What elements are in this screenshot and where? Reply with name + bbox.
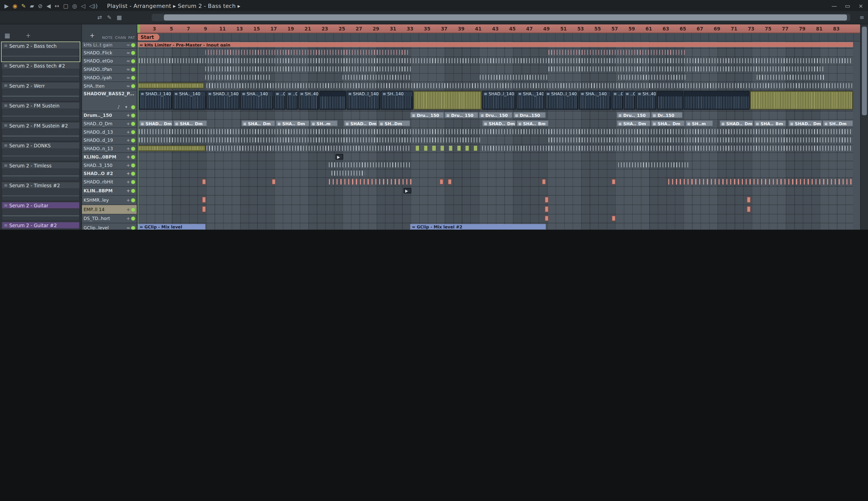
timeline-ruler[interactable]: 3579111315171921232527293133353739414345…: [137, 24, 860, 33]
clip[interactable]: [548, 137, 852, 142]
clip[interactable]: [343, 75, 410, 80]
clip[interactable]: [482, 146, 852, 151]
clip[interactable]: [747, 196, 750, 203]
pattern-item[interactable]: ≡Serum 2 - Bass tech #2: [2, 62, 80, 81]
clip[interactable]: [480, 75, 548, 80]
track-header[interactable]: KLIN..8BPM+: [82, 187, 137, 196]
minimize-button[interactable]: —: [831, 2, 838, 9]
clip[interactable]: ≡ SHA.._140: [579, 91, 611, 110]
clip[interactable]: [657, 91, 683, 110]
clip[interactable]: [618, 75, 687, 80]
clip[interactable]: ≡ SHA.._Bm: [754, 120, 786, 126]
track-lane[interactable]: ≈ kHs Limiter - Pre-Master - Input gain: [138, 42, 853, 49]
pencil-tool-icon[interactable]: ✎: [21, 2, 26, 9]
clip[interactable]: ≡ SH..m: [685, 120, 713, 126]
clip[interactable]: ≡ SHA.._Dm: [276, 120, 309, 126]
clip[interactable]: [750, 91, 853, 110]
detach-icon[interactable]: ⇄: [98, 14, 102, 21]
clip[interactable]: ≡ SHAD..l_140: [347, 91, 380, 110]
clip[interactable]: ≡ SH..40: [636, 91, 657, 110]
track-lane[interactable]: [138, 82, 853, 90]
track-header[interactable]: KLING..0BPM+: [82, 153, 137, 161]
clip[interactable]: [320, 91, 346, 110]
mute-led[interactable]: [131, 171, 135, 175]
track-lane[interactable]: ≡ SHAD..l_140≡ SHA.._140≡ SHAD..l_140≡ S…: [138, 90, 853, 111]
clip[interactable]: [329, 162, 412, 168]
clip[interactable]: [545, 215, 548, 221]
pattern-item[interactable]: ≡Serum 2 - Timless: [2, 162, 80, 181]
track-header[interactable]: SHAD..O #2+: [82, 169, 137, 178]
clip[interactable]: ≡ SHA.._140: [516, 91, 544, 110]
clip[interactable]: [414, 91, 482, 110]
pattern-item[interactable]: ≡Serum 2 - Werr: [2, 82, 80, 102]
pattern-item[interactable]: ≡Serum 2 - FM Sustein: [2, 102, 80, 121]
track-header[interactable]: SHADO..d_13+: [82, 128, 137, 136]
clip[interactable]: [548, 66, 825, 72]
mute-led[interactable]: [131, 67, 135, 71]
clip[interactable]: [138, 83, 204, 89]
pattern-item[interactable]: ≡Serum 2 - Bass tech: [2, 42, 80, 62]
clip[interactable]: ≡ SHA.._Dm: [651, 120, 685, 126]
vertical-scrollbar[interactable]: [860, 24, 868, 230]
picker-filter-icon[interactable]: +: [26, 32, 31, 39]
clip[interactable]: ≡ SHA.._Dm: [241, 120, 275, 126]
playhead[interactable]: [138, 42, 138, 230]
mute-tool-icon[interactable]: ◀: [46, 2, 51, 9]
clip[interactable]: ≡ SHAD.._Dm: [482, 120, 516, 126]
clip[interactable]: [205, 50, 410, 55]
add-track-button[interactable]: +: [90, 32, 95, 39]
clip[interactable]: [440, 179, 443, 185]
track-lane[interactable]: [138, 145, 853, 153]
clip[interactable]: [139, 137, 482, 142]
clip[interactable]: [747, 206, 750, 212]
clip[interactable]: [545, 206, 548, 212]
start-marker[interactable]: Start: [138, 34, 160, 40]
track-lane[interactable]: [138, 187, 853, 196]
delete-tool-icon[interactable]: ⊘: [38, 2, 42, 9]
clip[interactable]: ≡ SHA.._Dm: [617, 120, 650, 126]
clip[interactable]: ≡ SHA.._140: [173, 91, 206, 110]
track-lane[interactable]: [138, 57, 853, 65]
clip[interactable]: [618, 162, 690, 168]
track-lane[interactable]: ≡ Dru.._150≡ Dru.._150≡ Dru.._150≡ Dru..…: [138, 111, 853, 120]
clip[interactable]: [331, 171, 365, 176]
tab-pat[interactable]: PAT: [128, 35, 135, 40]
clip[interactable]: ≡ SHAD.._Dm: [344, 120, 377, 126]
clip[interactable]: ≡ ..0: [274, 91, 286, 110]
mute-led[interactable]: [131, 84, 135, 88]
track-header[interactable]: SHADO..iyah≈: [82, 74, 137, 82]
picker-panel-icon[interactable]: ▦: [4, 32, 10, 39]
mute-led[interactable]: [131, 43, 135, 47]
mute-led[interactable]: [131, 189, 135, 193]
clip[interactable]: ≡ Dr..150: [651, 112, 682, 118]
clip[interactable]: [329, 179, 412, 185]
zoom-tool-icon[interactable]: ◎: [72, 2, 77, 9]
clip[interactable]: ≡ ..0: [286, 91, 298, 110]
clip[interactable]: ≡ Dru.._150: [479, 112, 513, 118]
clip[interactable]: ≡ SHAD.._Dm: [139, 120, 173, 126]
track-lane[interactable]: [138, 196, 853, 205]
track-header[interactable]: GClip..level≈: [82, 223, 137, 230]
pattern-item[interactable]: ≡Serum 2 - Guitar: [2, 202, 80, 221]
track-lane[interactable]: [138, 128, 853, 136]
clip[interactable]: ≡ Dru.._150: [444, 112, 478, 118]
clip[interactable]: ≡ Dru.._150: [617, 112, 650, 118]
clip[interactable]: [138, 145, 205, 151]
track-header[interactable]: Drum.._150+: [82, 111, 137, 120]
mute-led[interactable]: [131, 130, 135, 134]
clip[interactable]: ≡ SHAD..l_140: [207, 91, 240, 110]
clip[interactable]: [272, 179, 276, 185]
mute-led[interactable]: [131, 226, 135, 230]
track-header[interactable]: SHADOW_BASS2_P...♪▾: [82, 90, 137, 111]
tab-chan[interactable]: CHAN: [115, 35, 126, 40]
clip[interactable]: [202, 179, 206, 185]
marker-lane[interactable]: Start: [137, 33, 860, 42]
clip[interactable]: ≈ GClip - Mix level #2: [410, 224, 546, 230]
track-lane[interactable]: [138, 178, 853, 187]
grid-view-icon[interactable]: ▦: [117, 14, 122, 21]
fl-logo-icon[interactable]: ◉: [13, 2, 18, 9]
clip[interactable]: [202, 206, 206, 212]
mute-led[interactable]: [131, 122, 135, 126]
slip-tool-icon[interactable]: ↔: [55, 2, 59, 9]
clip[interactable]: [404, 188, 411, 193]
